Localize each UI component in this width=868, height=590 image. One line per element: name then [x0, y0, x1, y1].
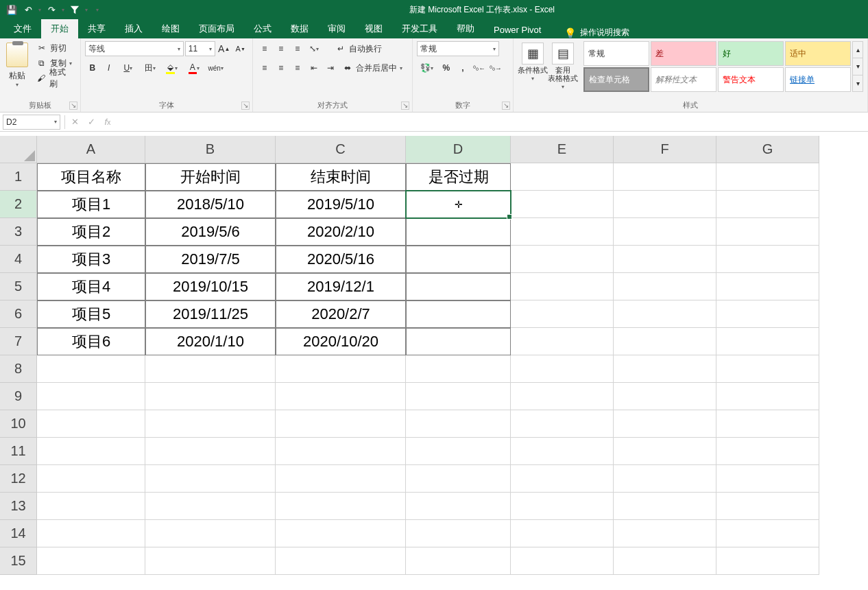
cell-D12[interactable]	[406, 465, 511, 493]
style-bad[interactable]: 差	[651, 41, 716, 66]
cell-E5[interactable]	[511, 273, 614, 300]
name-box[interactable]: D2▾	[3, 115, 60, 130]
tab-powerpivot[interactable]: Power Pivot	[484, 21, 551, 38]
cell-G1[interactable]	[716, 163, 819, 191]
cell-A15[interactable]	[37, 547, 145, 575]
tab-draw[interactable]: 绘图	[152, 19, 189, 38]
cell-B4[interactable]: 2019/7/5	[145, 246, 276, 273]
redo-dropdown-icon[interactable]: ▾	[60, 7, 66, 13]
format-painter-button[interactable]: 🖌格式刷	[34, 71, 76, 85]
number-launcher[interactable]: ↘	[502, 102, 510, 110]
cell-B6[interactable]: 2019/11/25	[145, 300, 276, 328]
tab-insert[interactable]: 插入	[115, 19, 152, 38]
align-right-button[interactable]: ≡	[290, 60, 305, 75]
column-header-C[interactable]: C	[276, 136, 406, 163]
phonetic-button[interactable]: wén▾	[206, 60, 226, 75]
cell-F15[interactable]	[614, 547, 716, 575]
italic-button[interactable]: I	[101, 60, 117, 75]
number-format-combo[interactable]: 常规▾	[417, 41, 499, 56]
tab-view[interactable]: 视图	[355, 19, 392, 38]
enter-formula-button[interactable]: ✓	[83, 115, 99, 130]
cell-F4[interactable]	[614, 246, 716, 273]
cell-B1[interactable]: 开始时间	[145, 163, 276, 191]
cell-D15[interactable]	[406, 547, 511, 575]
cell-C11[interactable]	[276, 438, 406, 465]
copy-dropdown-icon[interactable]: ▾	[69, 60, 72, 67]
cell-B13[interactable]	[145, 493, 276, 520]
conditional-formatting-button[interactable]: ▦ 条件格式 ▾	[518, 41, 548, 99]
cell-G10[interactable]	[716, 410, 819, 438]
bold-button[interactable]: B	[85, 60, 100, 75]
cell-A3[interactable]: 项目2	[37, 218, 145, 246]
style-warning[interactable]: 警告文本	[718, 67, 784, 92]
cell-C5[interactable]: 2019/12/1	[276, 273, 406, 300]
align-middle-button[interactable]: ≡	[274, 41, 289, 56]
cell-A1[interactable]: 项目名称	[37, 163, 145, 191]
cell-F1[interactable]	[614, 163, 716, 191]
borders-button[interactable]: 田▾	[140, 60, 160, 75]
cell-A11[interactable]	[37, 438, 145, 465]
column-header-E[interactable]: E	[511, 136, 614, 163]
row-header-3[interactable]: 3	[0, 218, 37, 246]
cell-B10[interactable]	[145, 410, 276, 438]
tab-data[interactable]: 数据	[281, 19, 318, 38]
tab-share[interactable]: 共享	[78, 19, 115, 38]
formula-input[interactable]	[116, 115, 868, 130]
paste-button[interactable]: 粘贴 ▾	[4, 41, 31, 99]
column-header-A[interactable]: A	[37, 136, 145, 163]
select-all-corner[interactable]	[0, 136, 37, 163]
cell-F12[interactable]	[614, 465, 716, 493]
decrease-indent-button[interactable]: ⇤	[306, 60, 322, 75]
cell-C8[interactable]	[276, 355, 406, 383]
cell-A10[interactable]	[37, 410, 145, 438]
cell-B12[interactable]	[145, 465, 276, 493]
column-header-B[interactable]: B	[145, 136, 276, 163]
cell-E13[interactable]	[511, 493, 614, 520]
cell-A9[interactable]	[37, 383, 145, 410]
cell-E12[interactable]	[511, 465, 614, 493]
wrap-text-button[interactable]: ↵自动换行	[333, 41, 385, 56]
cell-C10[interactable]	[276, 410, 406, 438]
font-launcher[interactable]: ↘	[241, 102, 250, 110]
font-size-combo[interactable]: 11▾	[185, 41, 215, 56]
cell-G6[interactable]	[716, 300, 819, 328]
cell-E6[interactable]	[511, 300, 614, 328]
cell-D13[interactable]	[406, 493, 511, 520]
row-header-12[interactable]: 12	[0, 465, 37, 493]
cell-E14[interactable]	[511, 520, 614, 547]
cell-A4[interactable]: 项目3	[37, 246, 145, 273]
cell-G11[interactable]	[716, 438, 819, 465]
cell-E7[interactable]	[511, 328, 614, 355]
cell-G7[interactable]	[716, 328, 819, 355]
cell-C3[interactable]: 2020/2/10	[276, 218, 406, 246]
cell-G4[interactable]	[716, 246, 819, 273]
cell-F9[interactable]	[614, 383, 716, 410]
comma-button[interactable]: ,	[455, 60, 470, 75]
row-header-4[interactable]: 4	[0, 246, 37, 273]
cell-D9[interactable]	[406, 383, 511, 410]
cell-G12[interactable]	[716, 465, 819, 493]
cell-E11[interactable]	[511, 438, 614, 465]
cell-E15[interactable]	[511, 547, 614, 575]
cell-A2[interactable]: 项目1	[37, 191, 145, 218]
cell-B5[interactable]: 2019/10/15	[145, 273, 276, 300]
cell-A13[interactable]	[37, 493, 145, 520]
tab-file[interactable]: 文件	[4, 19, 41, 38]
cell-A8[interactable]	[37, 355, 145, 383]
cell-B14[interactable]	[145, 520, 276, 547]
column-header-F[interactable]: F	[614, 136, 716, 163]
style-good[interactable]: 好	[718, 41, 784, 66]
gallery-more-button[interactable]: ▾	[853, 75, 863, 91]
style-check-cell[interactable]: 检查单元格	[583, 67, 649, 92]
cell-C13[interactable]	[276, 493, 406, 520]
style-normal[interactable]: 常规	[583, 41, 649, 66]
align-bottom-button[interactable]: ≡	[290, 41, 305, 56]
style-neutral[interactable]: 适中	[785, 41, 851, 66]
column-header-G[interactable]: G	[716, 136, 819, 163]
align-left-button[interactable]: ≡	[257, 60, 272, 75]
cell-E8[interactable]	[511, 355, 614, 383]
cell-A5[interactable]: 项目4	[37, 273, 145, 300]
clipboard-launcher[interactable]: ↘	[69, 102, 77, 110]
style-hyperlink[interactable]: 链接单	[785, 67, 851, 92]
cell-F10[interactable]	[614, 410, 716, 438]
